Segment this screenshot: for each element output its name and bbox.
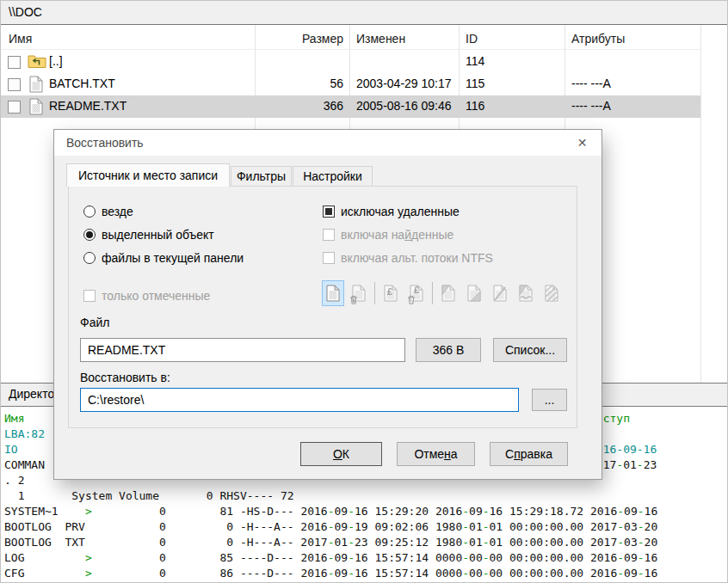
text-file-icon	[29, 98, 43, 119]
tab-settings[interactable]: Настройки	[293, 166, 373, 187]
ok-button[interactable]: ОК	[300, 442, 382, 466]
row-checkbox[interactable]	[8, 56, 21, 69]
close-icon[interactable]: ✕	[563, 130, 602, 156]
app-window: \\DOC Имя Размер Изменен ID Атрибуты [..	[0, 0, 728, 583]
file-id: 114	[466, 54, 484, 68]
column-header-name[interactable]: Имя	[9, 32, 32, 46]
column-header-id[interactable]: ID	[466, 32, 478, 46]
current-path: \\DOC	[9, 5, 42, 19]
dialog-titlebar[interactable]: Восстановить ✕	[54, 130, 602, 156]
file-row-batch-txt[interactable]: BATCH.TXT 56 2003-04-29 10:17 115 ---- -…	[1, 73, 700, 95]
header-divider	[1, 49, 700, 50]
file-name: BATCH.TXT	[49, 77, 115, 90]
file-size: 366	[261, 99, 343, 113]
dialog-title: Восстановить	[66, 136, 144, 150]
row-checkbox[interactable]	[8, 101, 21, 114]
restore-dialog: Восстановить ✕ Источник и место записи Ф…	[54, 130, 602, 479]
console-row[interactable]: COMMAN	[4, 457, 45, 473]
column-header-attributes[interactable]: Атрибуты	[571, 32, 625, 46]
row-checkbox[interactable]	[8, 78, 21, 91]
console-row[interactable]: 1 System Volume 0 RHSV---- 72	[4, 488, 294, 504]
file-size: 56	[261, 77, 343, 90]
file-name: [..]	[49, 54, 63, 68]
console-row[interactable]: IO	[4, 442, 18, 457]
tab-filters[interactable]: Фильтры	[231, 166, 292, 187]
console-row[interactable]: LBA:82	[4, 427, 45, 442]
console-row[interactable]: BOOTLOG PRV 0 0 -H---A-- 2016-09-19 09:0…	[4, 519, 657, 535]
console-header-name: Имя	[4, 411, 24, 427]
column-divider[interactable]	[700, 25, 701, 383]
console-row[interactable]: . 2	[4, 473, 24, 488]
file-row-parent-dir[interactable]: [..] 114	[1, 51, 700, 73]
file-attributes: ---- ---A	[571, 99, 611, 113]
console-row[interactable]: CFG > 0 86 ----D--- 2016-09-16 15:57:14 …	[4, 566, 657, 581]
tab-source-and-destination[interactable]: Источник и место записи	[66, 163, 230, 187]
cancel-button[interactable]: Отмена	[397, 442, 475, 466]
file-id: 115	[466, 77, 484, 90]
file-id: 116	[466, 99, 484, 113]
console-row[interactable]: LOG > 0 85 ----D--- 2016-09-16 15:57:14 …	[4, 550, 657, 566]
folder-up-icon	[28, 52, 46, 72]
column-header-size[interactable]: Размер	[261, 32, 343, 46]
file-name: README.TXT	[49, 99, 126, 113]
path-bar: \\DOC	[1, 1, 728, 25]
file-attributes: ---- ---A	[571, 77, 611, 90]
file-row-readme-txt-selected[interactable]: README.TXT 366 2005-08-16 09:46 116 ----…	[1, 95, 700, 118]
text-file-icon	[29, 76, 43, 96]
file-modified: 2005-08-16 09:46	[356, 99, 452, 113]
tab-page	[68, 186, 577, 428]
help-button[interactable]: Справка	[490, 442, 568, 466]
file-modified: 2003-04-29 10:17	[356, 77, 452, 90]
directory-panel-title: Директо	[9, 387, 54, 401]
column-header-modified[interactable]: Изменен	[356, 32, 405, 46]
console-row[interactable]: BOOTLOG TXT 0 0 -H---A-- 2017-01-23 09:2…	[4, 535, 657, 550]
console-row[interactable]: SYSTEM~1 > 0 81 -HS-D--- 2016-09-16 15:2…	[4, 504, 657, 519]
